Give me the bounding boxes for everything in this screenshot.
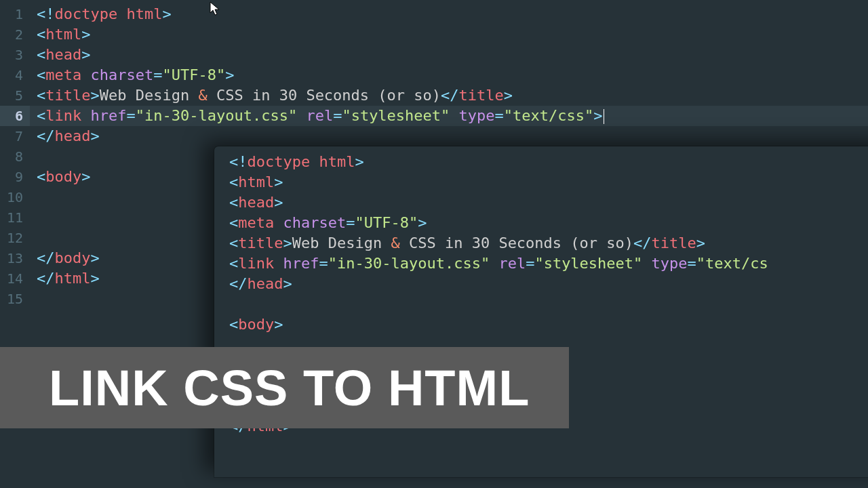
- line-number: 12: [0, 228, 30, 248]
- code-line: <link href="in-30-layout.css" rel="style…: [229, 253, 868, 274]
- code-line: </head>: [229, 274, 868, 294]
- code-line[interactable]: <!doctype html>: [30, 4, 868, 24]
- banner-text: LINK CSS TO HTML: [49, 359, 530, 417]
- code-line[interactable]: <meta charset="UTF-8">: [30, 65, 868, 85]
- line-number: 7: [0, 126, 30, 146]
- text-cursor: [604, 109, 604, 124]
- line-number: 11: [0, 207, 30, 228]
- line-number-current: 6: [0, 106, 30, 126]
- code-line: <html>: [229, 172, 868, 192]
- code-line: [229, 294, 868, 314]
- title-banner: LINK CSS TO HTML: [0, 347, 569, 428]
- line-number: 15: [0, 289, 30, 309]
- line-number: 9: [0, 167, 30, 187]
- code-line: <body>: [229, 314, 868, 335]
- code-line: <title>Web Design & CSS in 30 Seconds (o…: [229, 233, 868, 253]
- line-number: 14: [0, 268, 30, 289]
- line-number: 13: [0, 248, 30, 268]
- line-number: 2: [0, 24, 30, 45]
- line-number: 10: [0, 187, 30, 207]
- code-line[interactable]: <title>Web Design & CSS in 30 Seconds (o…: [30, 85, 868, 106]
- line-number: 4: [0, 65, 30, 85]
- code-line[interactable]: </head>: [30, 126, 868, 146]
- line-number: 1: [0, 4, 30, 24]
- line-number: 3: [0, 45, 30, 65]
- code-line: <meta charset="UTF-8">: [229, 213, 868, 233]
- line-number: 8: [0, 146, 30, 167]
- line-number: 5: [0, 85, 30, 106]
- code-line: <!doctype html>: [229, 152, 868, 172]
- code-line: <head>: [229, 192, 868, 213]
- code-line[interactable]: <head>: [30, 45, 868, 65]
- code-line-current[interactable]: <link href="in-30-layout.css" rel="style…: [30, 106, 868, 126]
- code-line[interactable]: <html>: [30, 24, 868, 45]
